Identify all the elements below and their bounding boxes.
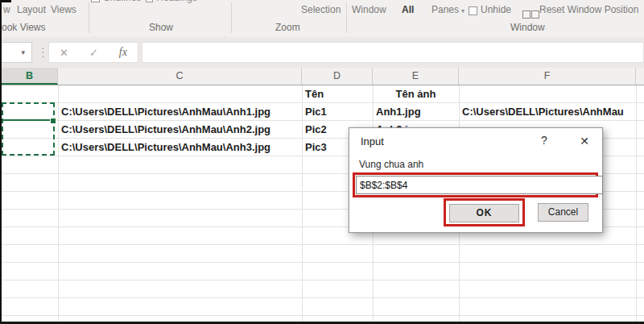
column-header-row: B C D E F xyxy=(0,68,644,85)
cell-f2[interactable]: C:\Users\DELL\Pictures\AnhMau xyxy=(462,103,624,121)
new-window-button[interactable]: Window xyxy=(352,4,386,15)
ribbon: w Layout Views Gridlines Headings Select… xyxy=(0,0,644,38)
checkbox-icon xyxy=(146,0,153,2)
group-divider xyxy=(346,2,347,33)
input-annotation-highlight xyxy=(353,172,598,197)
active-cell-border xyxy=(3,119,52,121)
unhide-button[interactable]: Unhide xyxy=(481,4,511,15)
fill-handle[interactable] xyxy=(50,118,56,124)
gridline xyxy=(58,85,59,324)
cell-d4[interactable]: Pic3 xyxy=(305,139,327,156)
frame-edge-left xyxy=(0,0,2,324)
workbook-views-group-label: ook Views xyxy=(2,22,45,33)
gridline xyxy=(636,85,637,324)
column-header-e[interactable]: E xyxy=(373,68,459,85)
ribbon-button-custom-views[interactable]: Views xyxy=(51,4,76,15)
group-divider xyxy=(231,2,232,33)
cell-c2[interactable]: C:\Users\DELL\Pictures\AnhMau\Anh1.jpg xyxy=(61,103,270,121)
dialog-title: Input xyxy=(361,135,384,147)
unhide-checkbox-icon[interactable] xyxy=(469,6,477,15)
headings-checkbox-clipped[interactable]: Headings xyxy=(146,0,197,6)
excel-window: w Layout Views Gridlines Headings Select… xyxy=(0,0,644,324)
cell-c3[interactable]: C:\Users\DELL\Pictures\AnhMau\Anh2.jpg xyxy=(61,121,270,139)
cancel-entry-icon[interactable]: ✕ xyxy=(60,47,68,59)
insert-function-icon[interactable]: fx xyxy=(119,46,127,59)
ribbon-button-preview-fragment[interactable]: w xyxy=(3,4,10,15)
window-group-label: Window xyxy=(510,22,545,33)
formula-input[interactable] xyxy=(142,42,644,63)
ok-button[interactable]: OK xyxy=(449,204,519,222)
checkbox-icon xyxy=(91,0,100,2)
formula-bar-buttons: ✕ ✓ fx xyxy=(48,42,138,63)
cell-d1[interactable]: Tên xyxy=(305,85,324,103)
formula-bar-strip: ▾ ⋮ ✕ ✓ fx xyxy=(0,37,644,69)
selection-marquee-b2-b4[interactable] xyxy=(2,102,55,156)
cell-d3[interactable]: Pic2 xyxy=(305,121,327,139)
show-group-label: Show xyxy=(149,22,173,33)
reset-window-position-icon xyxy=(522,7,539,22)
cell-c4[interactable]: C:\Users\DELL\Pictures\AnhMau\Anh3.jpg xyxy=(61,139,270,156)
name-box[interactable]: ▾ xyxy=(0,42,32,63)
reset-window-position-button[interactable]: Reset Window Position xyxy=(539,4,638,15)
close-icon[interactable]: ✕ xyxy=(573,132,596,150)
dialog-prompt-label: Vung chua anh xyxy=(359,159,423,170)
ribbon-button-page-layout[interactable]: Layout xyxy=(17,4,46,15)
cancel-button[interactable]: Cancel xyxy=(538,203,588,222)
chevron-down-icon[interactable]: ▾ xyxy=(21,48,25,56)
freeze-panes-button[interactable]: Panes▾ xyxy=(431,4,464,15)
cell-e2[interactable]: Anh1.jpg xyxy=(376,103,421,121)
gridlines-checkbox-clipped[interactable]: Gridlines xyxy=(91,0,142,6)
gridline xyxy=(302,85,303,324)
help-icon[interactable]: ? xyxy=(536,134,552,148)
chevron-down-icon: ▾ xyxy=(461,7,464,15)
zoom-group-label: Zoom xyxy=(275,22,300,33)
group-divider xyxy=(89,2,89,33)
column-header-f[interactable]: F xyxy=(459,68,636,85)
input-dialog: Input ? ✕ Vung chua anh OK Cancel xyxy=(349,127,603,233)
column-header-d[interactable]: D xyxy=(302,68,373,85)
cell-e1[interactable]: Tên ảnh xyxy=(373,85,459,103)
frame-edge-notch xyxy=(0,0,11,2)
column-header-c[interactable]: C xyxy=(58,68,302,85)
arrange-all-button[interactable]: All xyxy=(402,4,414,15)
formula-bar-resize-handle[interactable]: ⋮ xyxy=(37,45,49,60)
ok-annotation-highlight: OK xyxy=(444,198,525,226)
column-header-b[interactable]: B xyxy=(2,68,58,85)
enter-entry-icon[interactable]: ✓ xyxy=(89,47,98,59)
range-input[interactable] xyxy=(356,176,603,194)
zoom-to-selection-button[interactable]: Selection xyxy=(301,4,341,15)
cell-d2[interactable]: Pic1 xyxy=(305,103,327,121)
